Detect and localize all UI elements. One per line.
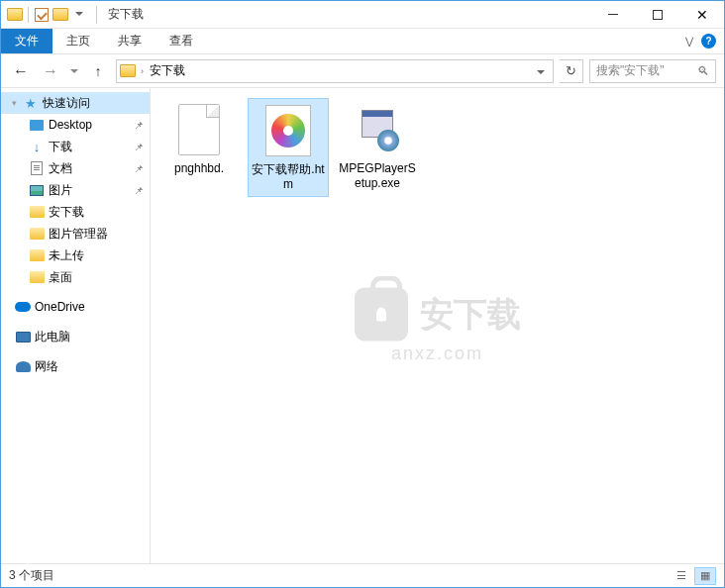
chevron-right-icon[interactable]: › <box>139 66 146 76</box>
folder-icon <box>29 226 45 242</box>
pin-icon: 📌︎ <box>134 163 144 174</box>
expand-icon[interactable]: ▾ <box>9 98 19 108</box>
search-placeholder: 搜索"安下载" <box>596 62 693 79</box>
search-input[interactable]: 搜索"安下载" 🔍︎ <box>589 59 716 83</box>
document-icon <box>29 160 45 176</box>
download-icon: ↓ <box>29 139 45 154</box>
window-title: 安下载 <box>108 6 144 23</box>
folder-icon <box>29 204 45 220</box>
watermark: 安下载 anxz.com <box>355 288 521 364</box>
tab-file[interactable]: 文件 <box>1 29 52 53</box>
item-count: 3 个项目 <box>9 567 54 584</box>
exe-file-icon <box>350 102 405 157</box>
details-view-button[interactable]: ☰ <box>671 567 692 585</box>
sidebar-onedrive[interactable]: OneDrive <box>1 296 150 318</box>
address-bar: ← → ↑ › 安下载 ↻ 搜索"安下载" 🔍︎ <box>1 54 724 88</box>
file-item[interactable]: MPEGPlayerSetup.exe <box>337 98 418 195</box>
sidebar-quick-access[interactable]: ▾ ★ 快速访问 <box>1 92 150 114</box>
maximize-button[interactable] <box>635 1 679 29</box>
picture-icon <box>29 182 45 198</box>
folder-icon <box>7 7 23 23</box>
up-button[interactable]: ↑ <box>86 59 110 83</box>
sidebar-item-pictures[interactable]: 图片 📌︎ <box>1 179 150 201</box>
sidebar-item-folder[interactable]: 桌面 <box>1 266 150 288</box>
minimize-button[interactable] <box>590 1 635 29</box>
search-icon: 🔍︎ <box>697 64 709 78</box>
tab-share[interactable]: 共享 <box>104 29 155 53</box>
ribbon-tabs: 文件 主页 共享 查看 ⋁ ? <box>1 29 724 54</box>
navigation-pane[interactable]: ▾ ★ 快速访问 Desktop 📌︎ ↓ 下载 📌︎ 文档 📌︎ 图片 📌︎ … <box>1 88 151 563</box>
status-bar: 3 个项目 ☰ ▦ <box>1 563 724 587</box>
forward-button[interactable]: → <box>39 59 62 83</box>
expand-ribbon-icon[interactable]: ⋁ <box>685 36 693 47</box>
tab-view[interactable]: 查看 <box>155 29 207 53</box>
sidebar-item-folder[interactable]: 未上传 <box>1 245 150 266</box>
folder-icon <box>52 7 68 23</box>
pin-icon: 📌︎ <box>134 185 144 196</box>
window-controls: ✕ <box>590 1 724 29</box>
desktop-icon <box>29 117 45 133</box>
main-area: ▾ ★ 快速访问 Desktop 📌︎ ↓ 下载 📌︎ 文档 📌︎ 图片 📌︎ … <box>1 88 724 563</box>
folder-icon <box>119 62 137 80</box>
star-icon: ★ <box>23 95 39 111</box>
sidebar-network[interactable]: 网络 <box>1 355 150 377</box>
quick-access-toolbar: 安下载 <box>1 6 144 24</box>
breadcrumb[interactable]: › 安下载 <box>116 59 554 83</box>
lock-icon <box>355 288 408 342</box>
breadcrumb-segment[interactable]: 安下载 <box>146 62 189 79</box>
sidebar-item-downloads[interactable]: ↓ 下载 📌︎ <box>1 136 150 157</box>
properties-checkbox-icon[interactable] <box>34 7 50 23</box>
file-item[interactable]: pnghhbd. <box>158 98 240 180</box>
sidebar-this-pc[interactable]: 此电脑 <box>1 326 150 347</box>
onedrive-icon <box>15 299 31 315</box>
pin-icon: 📌︎ <box>134 142 144 152</box>
file-list-pane[interactable]: pnghhbd. 安下载帮助.htm MPEGPlayerSetup.exe 安… <box>151 88 724 563</box>
folder-icon <box>29 269 45 285</box>
file-item[interactable]: 安下载帮助.htm <box>248 98 329 197</box>
back-button[interactable]: ← <box>9 59 33 83</box>
sidebar-item-folder[interactable]: 图片管理器 <box>1 223 150 245</box>
htm-file-icon <box>260 103 316 158</box>
qat-dropdown-icon[interactable] <box>71 7 87 23</box>
pc-icon <box>15 329 31 344</box>
history-dropdown-icon[interactable] <box>68 69 80 73</box>
breadcrumb-dropdown-icon[interactable] <box>531 62 551 80</box>
icons-view-button[interactable]: ▦ <box>694 567 716 585</box>
sidebar-item-folder[interactable]: 安下载 <box>1 201 150 223</box>
sidebar-item-documents[interactable]: 文档 📌︎ <box>1 157 150 179</box>
file-icon <box>171 102 227 157</box>
network-icon <box>15 358 31 374</box>
view-mode-toggles: ☰ ▦ <box>671 567 716 585</box>
folder-icon <box>29 247 45 263</box>
pin-icon: 📌︎ <box>134 120 144 131</box>
tab-home[interactable]: 主页 <box>52 29 104 53</box>
help-icon[interactable]: ? <box>701 34 716 49</box>
title-bar: 安下载 ✕ <box>1 1 724 29</box>
refresh-button[interactable]: ↻ <box>560 59 583 83</box>
close-button[interactable]: ✕ <box>679 1 724 29</box>
sidebar-item-desktop[interactable]: Desktop 📌︎ <box>1 114 150 136</box>
